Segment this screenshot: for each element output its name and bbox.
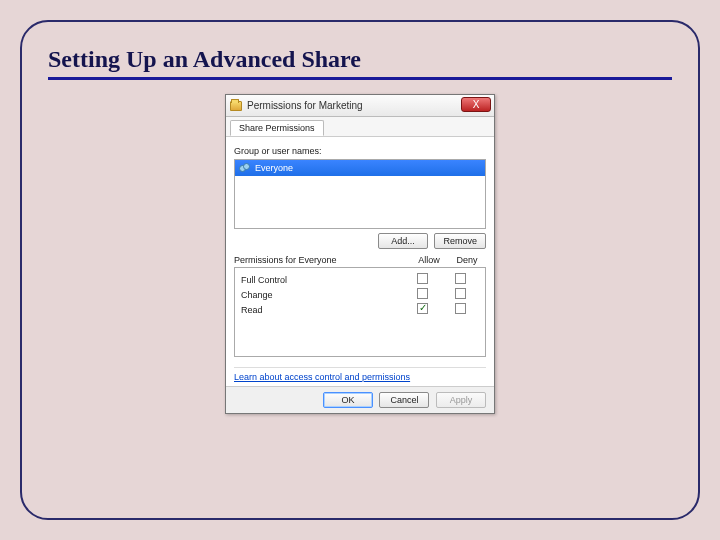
add-button[interactable]: Add... <box>378 233 428 249</box>
people-icon <box>239 163 251 173</box>
user-list[interactable]: Everyone <box>234 159 486 229</box>
close-button[interactable]: X <box>461 97 491 112</box>
deny-checkbox-full-control[interactable] <box>455 273 466 284</box>
slide-frame: Setting Up an Advanced Share Permissions… <box>20 20 700 520</box>
allow-checkbox-full-control[interactable] <box>417 273 428 284</box>
apply-button[interactable]: Apply <box>436 392 486 408</box>
user-name: Everyone <box>255 163 293 173</box>
folder-icon <box>230 101 242 111</box>
tab-strip: Share Permissions <box>226 117 494 137</box>
cancel-button[interactable]: Cancel <box>379 392 429 408</box>
remove-button[interactable]: Remove <box>434 233 486 249</box>
user-item-everyone[interactable]: Everyone <box>235 160 485 176</box>
permissions-dialog: Permissions for Marketing X Share Permis… <box>225 94 495 414</box>
dialog-titlebar[interactable]: Permissions for Marketing X <box>226 95 494 117</box>
perm-row-full-control: Full Control <box>241 272 479 287</box>
deny-checkbox-change[interactable] <box>455 288 466 299</box>
help-link-row: Learn about access control and permissio… <box>234 367 486 382</box>
user-buttons: Add... Remove <box>234 233 486 249</box>
deny-checkbox-read[interactable] <box>455 303 466 314</box>
title-underline <box>48 77 672 80</box>
tab-share-permissions[interactable]: Share Permissions <box>230 120 324 136</box>
allow-header: Allow <box>410 255 448 265</box>
allow-checkbox-change[interactable] <box>417 288 428 299</box>
dialog-footer: OK Cancel Apply <box>226 386 494 413</box>
perm-header-label: Permissions for Everyone <box>234 255 410 265</box>
perm-row-change: Change <box>241 287 479 302</box>
permissions-header: Permissions for Everyone Allow Deny <box>234 255 486 265</box>
dialog-area: Permissions for Marketing X Share Permis… <box>48 94 672 414</box>
ok-button[interactable]: OK <box>323 392 373 408</box>
perm-name: Full Control <box>241 275 403 285</box>
slide-title: Setting Up an Advanced Share <box>48 46 672 73</box>
perm-name: Read <box>241 305 403 315</box>
dialog-title: Permissions for Marketing <box>247 100 363 111</box>
allow-checkbox-read[interactable] <box>417 303 428 314</box>
permissions-table: Full Control Change Read <box>234 267 486 357</box>
dialog-body: Group or user names: Everyone Add... Rem… <box>226 137 494 386</box>
group-label: Group or user names: <box>234 146 486 156</box>
help-link[interactable]: Learn about access control and permissio… <box>234 372 410 382</box>
perm-name: Change <box>241 290 403 300</box>
deny-header: Deny <box>448 255 486 265</box>
perm-row-read: Read <box>241 302 479 317</box>
